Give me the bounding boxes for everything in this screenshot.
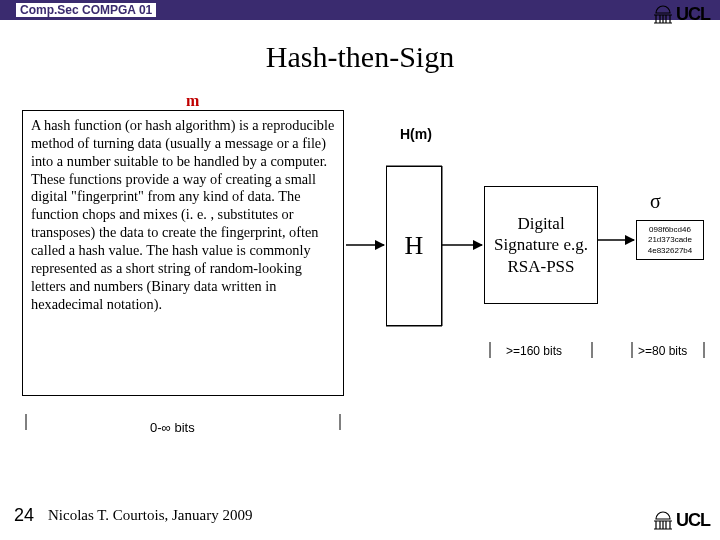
hash-function-block: H — [386, 166, 442, 326]
hash-size-label: >=160 bits — [506, 344, 562, 358]
message-box: A hash function (or hash algorithm) is a… — [22, 110, 344, 396]
logo-dome-icon — [652, 509, 674, 531]
signature-scheme-block: Digital Signature e.g. RSA-PSS — [484, 186, 598, 304]
logo-text-top: UCL — [676, 4, 710, 25]
sigma-label: σ — [650, 190, 661, 213]
logo-bottom: UCL — [652, 506, 710, 534]
hash-output-label: H(m) — [400, 126, 432, 142]
slide-number: 24 — [14, 505, 34, 526]
author-footer: Nicolas T. Courtois, January 2009 — [48, 507, 252, 524]
signature-output-box: 098f6bcd46 21d373cade 4e832627b4 — [636, 220, 704, 260]
input-m-label: m — [186, 92, 199, 110]
logo-top: UCL — [652, 0, 710, 28]
logo-dome-icon — [652, 3, 674, 25]
message-size-label: 0-∞ bits — [150, 420, 195, 435]
signature-size-label: >=80 bits — [638, 344, 687, 358]
course-code: Comp.Sec COMPGA 01 — [16, 3, 156, 17]
slide-title: Hash-then-Sign — [0, 40, 720, 74]
logo-text-bottom: UCL — [676, 510, 710, 531]
top-bar: Comp.Sec COMPGA 01 — [0, 0, 720, 20]
